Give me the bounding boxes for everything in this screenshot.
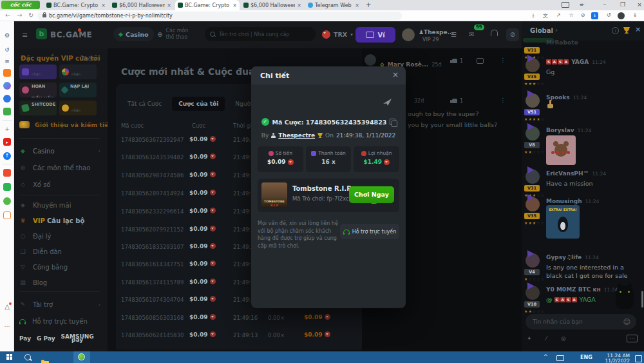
site-logo-text[interactable]: BC.GAME: [50, 30, 92, 39]
chat-username[interactable]: EricVansPH™: [546, 170, 589, 177]
sidebar-item-blog[interactable]: ▤ Blog: [19, 275, 103, 290]
emoji-icon[interactable]: ☺: [623, 318, 630, 326]
chat-toggle-icon[interactable]: ⊘: [506, 28, 519, 41]
taskbar-clock[interactable]: 11:24 AM 11/2/2022: [598, 353, 630, 363]
coin-drop-icon[interactable]: ◎: [561, 335, 566, 342]
gif-keyboard-icon[interactable]: [627, 335, 638, 342]
back-icon[interactable]: ←: [5, 12, 10, 19]
new-tab-button[interactable]: +: [366, 1, 371, 8]
sidebar-item-sponsorship[interactable]: ✎ Tài trợ ›: [19, 297, 103, 312]
add-shortcut-icon[interactable]: +: [3, 125, 11, 133]
browser-tab[interactable]: $6,000 Halloween Slot Battle ×: [241, 0, 304, 10]
sidebar-item-fairness[interactable]: ▽ Công bằng: [19, 259, 103, 275]
sidebar-item-promotions[interactable]: ◈ Khuyến mãi: [19, 197, 103, 213]
language-indicator[interactable]: ENG: [580, 355, 592, 360]
share-ext-icon[interactable]: ↗: [554, 12, 562, 18]
avatar[interactable]: [526, 126, 540, 141]
tab-all-bets[interactable]: Tất cả Cược: [121, 97, 168, 111]
vip-tile-bcd[interactable]: BCDnhận thưởng: [59, 101, 97, 115]
post-menu-icon[interactable]: ⋮: [500, 97, 506, 104]
live-support-button[interactable]: Hỗ trợ trực tuyến: [340, 224, 399, 239]
tab-close-icon[interactable]: ×: [297, 3, 301, 8]
gamepad-icon[interactable]: [3, 108, 11, 115]
bell-icon[interactable]: [491, 30, 498, 36]
table-row[interactable]: 174830560624145830 $0.09 21:49:13 0.00× …: [116, 328, 362, 345]
flow-arrow-icon[interactable]: ↞: [580, 1, 585, 8]
avatar[interactable]: [526, 197, 540, 211]
browser-tab[interactable]: BC.Game: Crypto Casino Gam ×: [44, 0, 108, 10]
chat-close-icon[interactable]: ×: [635, 25, 641, 34]
search-input[interactable]: [218, 31, 304, 38]
window-minimize-button[interactable]: –: [600, 1, 609, 8]
chat-username[interactable]: Gypsy♫life: [546, 254, 582, 260]
header-username[interactable]: ♟Thespe...: [419, 29, 454, 35]
sidebar-item-support[interactable]: Hỗ trợ trực tuyến: [19, 313, 103, 329]
sidebar-item-casino[interactable]: ◆ Casino ›: [19, 143, 103, 159]
chevron-right-icon[interactable]: ›: [555, 26, 558, 34]
chat-username[interactable]: YAGA: [571, 59, 589, 65]
sidebar-item-forum[interactable]: ❑ Diễn đàn: [19, 244, 103, 259]
reload-icon[interactable]: ↻: [28, 12, 33, 19]
like-button[interactable]: 1: [452, 98, 463, 104]
window-close-button[interactable]: ×: [635, 1, 644, 8]
avatar[interactable]: [526, 253, 540, 268]
avatar[interactable]: [526, 58, 540, 72]
user-avatar[interactable]: [402, 28, 415, 41]
browser-tab[interactable]: $6,000 Halloween Slot Battle ×: [109, 0, 174, 10]
chat-username[interactable]: Boryslav: [546, 127, 574, 133]
adblock-icon[interactable]: ⊘: [579, 12, 587, 18]
forward-icon[interactable]: →: [17, 12, 22, 19]
avatar[interactable]: [526, 170, 540, 184]
address-bar[interactable]: bc.game/vi/game/tombstone-r-i-p-by-nolim…: [37, 12, 402, 20]
tab-close-icon[interactable]: ×: [232, 3, 237, 8]
sports-nav-button[interactable]: ⊕ Các môn thể thao: [157, 28, 196, 41]
chat-scrollbar[interactable]: [641, 291, 643, 308]
post-avatar[interactable]: [365, 54, 376, 66]
bettor-name[interactable]: Thespectre: [278, 132, 315, 139]
tab-my-bets[interactable]: Cược của tôi: [172, 97, 225, 111]
play-now-button[interactable]: Chơi Ngay: [349, 186, 394, 203]
download-manager-icon[interactable]: ↓: [591, 12, 598, 19]
profile-avatar[interactable]: [618, 12, 625, 19]
chat-username[interactable]: Y0 M0MZ BTC ᴋʜ: [546, 286, 601, 293]
game-search[interactable]: [205, 27, 316, 41]
table-row[interactable]: 174830560856303168 $0.09 21:49:16 0.00× …: [116, 310, 362, 328]
like-button[interactable]: 1: [452, 58, 463, 64]
casino-nav-button[interactable]: ◆ Casino: [113, 27, 154, 41]
avatar[interactable]: [526, 286, 540, 300]
vip-tile-rakeback[interactable]: HOÀN TIỀN XẤU: [19, 83, 57, 97]
modal-close-icon[interactable]: ×: [392, 70, 399, 79]
browser-tab-active[interactable]: BC.Game: Crypto Casino Gam ×: [175, 0, 240, 10]
green-app-icon[interactable]: [3, 197, 11, 205]
chat-channel[interactable]: Global: [530, 27, 553, 34]
browser-tab[interactable]: Telegram Web ×: [305, 0, 362, 10]
coccoc-logo[interactable]: cốc cốc: [1, 1, 40, 9]
vip-tile-shitcode[interactable]: SHITCODEnhận thưởng: [19, 101, 57, 115]
chat-username[interactable]: MrRoboto: [546, 39, 578, 46]
coccoc-taskbar-active[interactable]: [73, 351, 90, 363]
rain-icon[interactable]: ✦: [527, 335, 532, 342]
wallet-button[interactable]: Ví: [355, 27, 395, 43]
bets-list-icon[interactable]: ☰: [451, 31, 457, 38]
shop-green-icon[interactable]: [3, 183, 11, 191]
taskbar-search-icon[interactable]: [24, 354, 31, 360]
game-thumbnail[interactable]: TOMBSTONE R.I.P: [261, 182, 287, 208]
tray-chevron-icon[interactable]: ^: [544, 354, 548, 360]
vip-tile-task[interactable]: TASKnhận thưởng: [19, 64, 57, 79]
copy-icon[interactable]: [390, 119, 395, 125]
shopee-icon[interactable]: [3, 169, 11, 177]
chat-input[interactable]: ☺: [526, 314, 636, 329]
lazada-cart-icon[interactable]: [3, 211, 11, 219]
save-page-icon[interactable]: ⤓: [529, 12, 537, 19]
downloads-icon[interactable]: ⇓: [631, 12, 639, 18]
translate-icon[interactable]: 文: [542, 12, 549, 19]
chat-username[interactable]: Monusingh: [546, 198, 582, 204]
site-info-lock-icon[interactable]: [43, 14, 46, 17]
sidebar-item-sports[interactable]: ⊕ Các môn thể thao: [19, 160, 103, 175]
hamburger-menu-icon[interactable]: ≡: [22, 31, 28, 39]
zalo-icon[interactable]: [3, 95, 11, 103]
share-icon[interactable]: [383, 99, 392, 106]
sync-icon[interactable]: ↺: [605, 12, 612, 18]
comment-icon[interactable]: [477, 58, 484, 64]
sidebar-item-vip-club[interactable]: ♛ VIP Câu lạc bộ: [19, 213, 103, 228]
